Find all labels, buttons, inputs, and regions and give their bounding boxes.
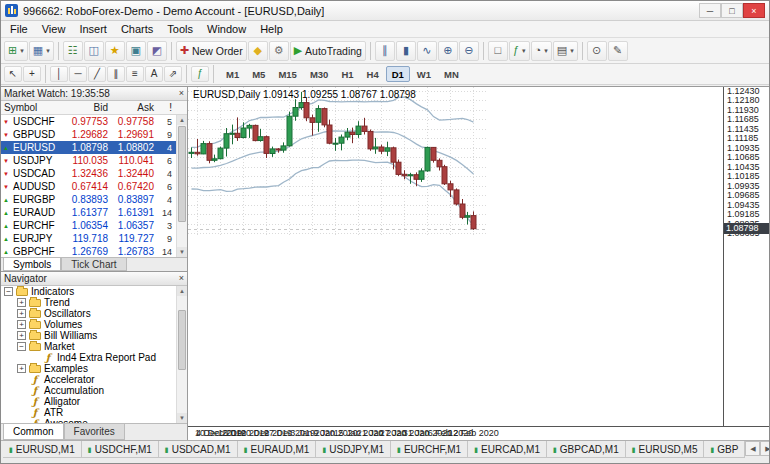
timeframe-h4[interactable]: H4 [361, 66, 385, 82]
navigator-item-trend[interactable]: +Trend [1, 297, 176, 308]
navigator-item-atr[interactable]: ƒATR [1, 407, 176, 418]
menu-insert[interactable]: Insert [72, 22, 114, 36]
market-watch-button[interactable]: ☷ [63, 41, 83, 61]
templates-button[interactable]: ▤▾ [553, 41, 578, 61]
scrollbar-thumb[interactable] [178, 126, 186, 222]
close-button[interactable]: × [743, 3, 765, 18]
bar-chart-type-button[interactable]: ∥ [375, 41, 395, 61]
periods-button[interactable]: ◔▾ [531, 41, 552, 61]
tabs-scroll-right-button[interactable]: ▶ [760, 441, 770, 456]
timeframe-w1[interactable]: W1 [411, 66, 437, 82]
scroll-up-icon[interactable]: ▲ [177, 286, 187, 296]
chart-tab-gbpcad-m1[interactable]: ▮GBPCAD,M1 [547, 441, 626, 458]
expand-icon[interactable]: + [17, 364, 26, 373]
zoom-out-button[interactable]: ⊖ [459, 41, 479, 61]
navigator-item-alligator[interactable]: ƒAlligator [1, 396, 176, 407]
scroll-down-icon[interactable]: ▼ [177, 413, 187, 423]
navigator-item-accumulation[interactable]: ƒAccumulation [1, 385, 176, 396]
chart-tab-usdjpy-m1[interactable]: ▮USDJPY,M1 [316, 441, 391, 458]
navigator-item-ind4-extra-report-pad[interactable]: ƒInd4 Extra Report Pad [1, 352, 176, 363]
indicators-button[interactable]: ƒ▾ [509, 41, 530, 61]
horizontal-line-button[interactable]: ─ [69, 66, 87, 82]
navigator-item-awesome[interactable]: ƒAwesome [1, 418, 176, 423]
cursor-button[interactable]: ↖ [4, 66, 22, 82]
timeframe-m30[interactable]: M30 [304, 66, 334, 82]
navigator-item-bill-williams[interactable]: +Bill Williams [1, 330, 176, 341]
timeframe-mn[interactable]: MN [438, 66, 465, 82]
navigator-item-market[interactable]: −Market [1, 341, 176, 352]
navigator-item-oscillators[interactable]: +Oscillators [1, 308, 176, 319]
timeframe-m15[interactable]: M15 [272, 66, 302, 82]
market-watch-row-gbpchf[interactable]: ▲GBPCHF1.267691.2678314 [1, 245, 176, 257]
chart-tab-eurusd-m5[interactable]: ▮EURUSD,M5 [626, 441, 705, 458]
chart-tab-euraud-m1[interactable]: ▮EURAUD,M1 [238, 441, 317, 458]
price-axis[interactable]: 1.124301.121801.119301.116851.114351.111… [723, 87, 769, 426]
navigator-item-indicators[interactable]: −Indicators [1, 286, 176, 297]
profiles-button[interactable]: ▦▾ [29, 41, 54, 61]
market-watch-row-gbpusd[interactable]: ▼GBPUSD1.296821.296919 [1, 128, 176, 141]
navigator-item-accelerator[interactable]: ƒAccelerator [1, 374, 176, 385]
quick-edit-button[interactable]: ✎ [608, 41, 628, 61]
tab-symbols[interactable]: Symbols [3, 258, 61, 271]
navigator-item-volumes[interactable]: +Volumes [1, 319, 176, 330]
timeframe-d1[interactable]: D1 [386, 66, 410, 82]
fibonacci-button[interactable]: ≡ [126, 66, 144, 82]
equidistant-channel-button[interactable]: ∥ [107, 66, 125, 82]
new-order-button[interactable]: ✚New Order [176, 41, 247, 61]
menu-charts[interactable]: Charts [114, 22, 160, 36]
search-button[interactable]: ⊙ [587, 41, 607, 61]
tabs-scroll-left-button[interactable]: ◀ [745, 441, 760, 456]
tab-tick-chart[interactable]: Tick Chart [61, 258, 126, 271]
zoom-in-button[interactable]: ⊕ [438, 41, 458, 61]
menu-file[interactable]: File [3, 22, 35, 36]
market-watch-row-audusd[interactable]: ▼AUDUSD0.674140.674206 [1, 180, 176, 193]
chart-tab-eurusd-m1[interactable]: ▮EURUSD,M1 [3, 441, 82, 458]
market-watch-row-eurgbp[interactable]: ▲EURGBP0.838930.838974 [1, 193, 176, 206]
data-window-button[interactable]: ◫ [84, 41, 104, 61]
market-watch-row-usdjpy[interactable]: ▼USDJPY110.035110.0416 [1, 154, 176, 167]
new-chart-button[interactable]: ⊞▾ [4, 41, 28, 61]
navigator-button[interactable]: ★ [105, 41, 125, 61]
menu-help[interactable]: Help [253, 22, 290, 36]
navigator-item-examples[interactable]: +Examples [1, 363, 176, 374]
candlestick-chart[interactable] [188, 87, 488, 237]
arrow-objects-button[interactable]: ⇗ [164, 66, 182, 82]
chart-tab-gbp[interactable]: ▮GBP [704, 441, 745, 458]
expand-icon[interactable]: + [17, 309, 26, 318]
crosshair-button[interactable]: + [23, 66, 41, 82]
strategy-tester-button[interactable]: ◩ [147, 41, 167, 61]
indicator-list-button[interactable]: ƒ [191, 66, 209, 82]
expand-icon[interactable]: + [17, 298, 26, 307]
market-watch-row-eurjpy[interactable]: ▲EURJPY119.718119.7279 [1, 232, 176, 245]
maximize-button[interactable]: □ [721, 3, 743, 18]
collapse-icon[interactable]: − [17, 342, 26, 351]
tab-favorites[interactable]: Favorites [64, 424, 125, 440]
expand-icon[interactable]: + [17, 320, 26, 329]
menu-window[interactable]: Window [200, 22, 253, 36]
market-watch-row-usdcad[interactable]: ▼USDCAD1.324361.324404 [1, 167, 176, 180]
chart-tab-eurchf-m1[interactable]: ▮EURCHF,M1 [391, 441, 468, 458]
timeframe-h1[interactable]: H1 [335, 66, 359, 82]
expert-advisors-button[interactable]: ⚙ [269, 41, 289, 61]
scroll-down-icon[interactable]: ▼ [177, 247, 187, 257]
market-watch-row-usdchf[interactable]: ▼USDCHF0.977530.977585 [1, 115, 176, 128]
chart-tab-usdchf-m1[interactable]: ▮USDCHF,M1 [82, 441, 159, 458]
market-watch-close-button[interactable]: × [179, 89, 184, 98]
menu-tools[interactable]: Tools [160, 22, 200, 36]
terminal-button[interactable]: ▣ [126, 41, 146, 61]
collapse-icon[interactable]: − [4, 287, 13, 296]
scrollbar-thumb[interactable] [178, 310, 186, 370]
chart-tab-eurcad-m1[interactable]: ▮EURCAD,M1 [468, 441, 547, 458]
market-watch-row-euraud[interactable]: ▲EURAUD1.613771.6139114 [1, 206, 176, 219]
market-watch-row-eurusd[interactable]: ▲EURUSD1.087981.088024 [1, 141, 176, 154]
autotrading-button[interactable]: ▶AutoTrading [290, 41, 366, 61]
chart-tab-usdcad-m1[interactable]: ▮USDCAD,M1 [159, 441, 238, 458]
line-chart-type-button[interactable]: ∿ [417, 41, 437, 61]
metaeditor-button[interactable]: ◆ [248, 41, 268, 61]
text-label-button[interactable]: A [145, 66, 163, 82]
timeframe-m1[interactable]: M1 [220, 66, 245, 82]
tile-windows-button[interactable]: □ [488, 41, 508, 61]
vertical-line-button[interactable]: │ [50, 66, 68, 82]
market-watch-scrollbar[interactable]: ▲ ▼ [176, 115, 187, 257]
scroll-up-icon[interactable]: ▲ [177, 115, 187, 125]
